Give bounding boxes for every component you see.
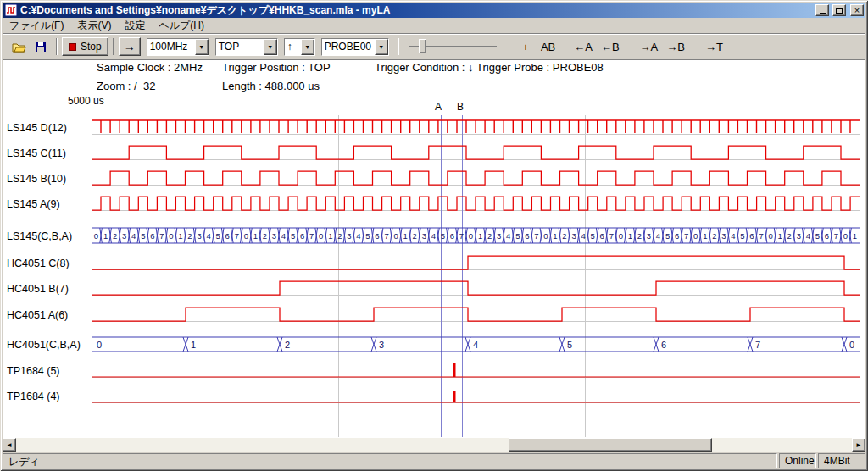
forward-b-button[interactable]: →B xyxy=(662,39,689,55)
menu-settings[interactable]: 設定 xyxy=(118,17,152,35)
run-button[interactable]: → xyxy=(119,37,141,56)
status-ready: レディ xyxy=(3,453,777,468)
trigger-position-info: Trigger Position : TOP xyxy=(222,61,331,74)
jump-trigger-button[interactable]: →T xyxy=(701,39,727,55)
stop-icon xyxy=(69,43,76,51)
sample-clock-value: 100MHz xyxy=(147,39,195,55)
scrollbar-thumb[interactable] xyxy=(509,438,712,452)
menu-bar: ファイル(F) 表示(V) 設定 ヘルプ(H) xyxy=(3,18,865,33)
save-button[interactable] xyxy=(30,37,52,56)
toolbar-separator xyxy=(56,38,58,55)
sample-clock-select[interactable]: 100MHz ▼ xyxy=(147,38,209,56)
status-memory: 4MBit xyxy=(818,453,865,468)
scroll-left-arrow-icon[interactable]: ◄ xyxy=(3,438,16,452)
jump-b-button[interactable]: ←B xyxy=(597,39,624,55)
zoom-info: Zoom : / 32 xyxy=(97,80,155,92)
trigger-condition-info: Trigger Condition : ↓ xyxy=(375,61,474,74)
zoom-out-button[interactable]: − xyxy=(504,39,519,55)
probe-select[interactable]: PROBE00 ▼ xyxy=(321,38,389,56)
status-online: Online xyxy=(779,453,816,468)
run-arrow-icon: → xyxy=(124,40,136,53)
trigger-probe-info: Trigger Probe : PROBE08 xyxy=(476,61,604,74)
marker-b-label[interactable]: B xyxy=(457,101,464,113)
toolbar-separator xyxy=(113,38,114,55)
status-bar: レディ Online 4MBit xyxy=(3,453,865,468)
toolbar: Stop → 100MHz ▼ TOP ▼ ↑ ▼ PROBE00 ▼ − + … xyxy=(3,33,865,59)
open-folder-icon xyxy=(12,42,26,53)
jump-a-button[interactable]: ←A xyxy=(570,39,597,55)
stop-button[interactable]: Stop xyxy=(62,37,108,56)
horizontal-scrollbar[interactable]: ◄ ► xyxy=(3,438,865,452)
marker-a-label[interactable]: A xyxy=(435,101,442,113)
minimize-button[interactable] xyxy=(815,4,829,16)
title-bar[interactable]: C:¥Documents and Settings¥noname¥デスクトップ¥… xyxy=(3,3,865,18)
ab-button[interactable]: AB xyxy=(537,39,559,55)
app-icon xyxy=(5,4,17,16)
zoom-slider[interactable] xyxy=(409,37,497,56)
forward-a-button[interactable]: →A xyxy=(636,39,663,55)
probe-value: PROBE00 xyxy=(322,39,375,55)
chevron-down-icon[interactable]: ▼ xyxy=(301,39,314,55)
chevron-down-icon[interactable]: ▼ xyxy=(264,39,277,55)
chevron-down-icon[interactable]: ▼ xyxy=(375,39,388,55)
length-info: Length : 488.000 us xyxy=(222,80,320,92)
app-window: C:¥Documents and Settings¥noname¥デスクトップ¥… xyxy=(0,0,868,471)
menu-file[interactable]: ファイル(F) xyxy=(3,17,70,35)
close-icon: × xyxy=(854,6,860,15)
waveform-client-area[interactable] xyxy=(3,59,865,438)
window-title: C:¥Documents and Settings¥noname¥デスクトップ¥… xyxy=(20,3,812,18)
sample-clock-info: Sample Clock : 2MHz xyxy=(97,61,203,74)
close-button[interactable]: × xyxy=(850,4,864,16)
floppy-icon xyxy=(35,41,47,53)
scroll-right-arrow-icon[interactable]: ► xyxy=(852,438,865,452)
menu-help[interactable]: ヘルプ(H) xyxy=(152,17,211,35)
maximize-button[interactable] xyxy=(832,4,846,16)
toolbar-separator xyxy=(398,38,399,55)
zoom-in-button[interactable]: + xyxy=(518,39,533,55)
open-button[interactable] xyxy=(8,37,30,56)
menu-view[interactable]: 表示(V) xyxy=(70,17,118,35)
maximize-icon xyxy=(836,8,843,14)
trigger-edge-value: ↑ xyxy=(285,39,301,55)
slider-thumb[interactable] xyxy=(419,39,426,53)
stop-label: Stop xyxy=(81,41,102,53)
trigger-position-value: TOP xyxy=(216,39,264,55)
trigger-edge-select[interactable]: ↑ ▼ xyxy=(284,38,315,56)
trigger-position-select[interactable]: TOP ▼ xyxy=(215,38,278,56)
minimize-icon xyxy=(820,13,826,14)
time-division-label: 5000 us xyxy=(68,95,104,107)
chevron-down-icon[interactable]: ▼ xyxy=(195,39,209,55)
